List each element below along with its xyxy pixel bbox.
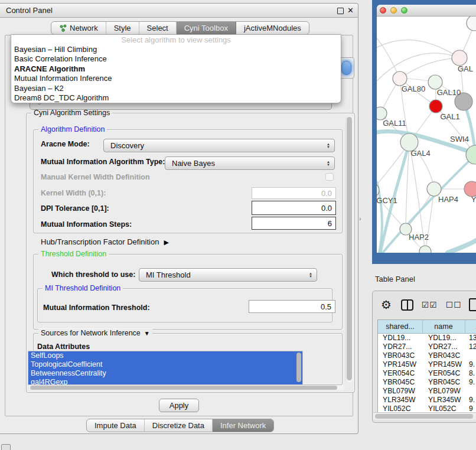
network-node[interactable] <box>467 17 476 31</box>
table-cell: 12 <box>469 343 476 351</box>
table-column-header[interactable]: name <box>422 320 465 333</box>
sources-group-title[interactable]: Sources for Network Inference▼ <box>38 329 152 337</box>
bottom-tab-infer-network[interactable]: Infer Network <box>213 419 273 432</box>
aracne-mode-combobox[interactable]: Discovery ▲▼ <box>103 139 335 152</box>
apply-button[interactable]: Apply <box>159 399 199 412</box>
settings-vertical-scrollbar[interactable] <box>345 116 353 383</box>
docked-panel-icon[interactable] <box>1 444 11 450</box>
tab-jactivemnodules[interactable]: jActiveMNodules <box>236 22 309 34</box>
network-node-gal1[interactable] <box>429 100 442 113</box>
mi-threshold-value: 0.5 <box>321 302 331 311</box>
table-row[interactable]: YBR045CYBR045C9. <box>378 378 476 387</box>
table-row[interactable]: YER054CYER054C8. <box>378 369 476 378</box>
gear-icon[interactable]: ⚙ <box>381 298 392 312</box>
tab-style[interactable]: Style <box>106 22 139 34</box>
tab-select[interactable]: Select <box>139 22 177 34</box>
close-traffic-light-icon[interactable] <box>380 7 386 14</box>
bottom-tab-impute-data[interactable]: Impute Data <box>87 419 145 432</box>
algorithm-option[interactable]: Bayesian – Hill Climbing <box>11 45 341 54</box>
list-scrollbar-thumb[interactable] <box>296 353 301 382</box>
table-hscroll-thumb[interactable] <box>375 414 473 419</box>
tab-network[interactable]: Network <box>51 22 106 34</box>
algorithm-option[interactable]: Basic Correlation Inference <box>11 54 341 64</box>
combobox-arrows-icon: ▲▼ <box>327 157 330 169</box>
manual-kernel-checkbox[interactable] <box>325 173 334 181</box>
float-window-icon[interactable] <box>337 8 344 14</box>
table-cell: YDR27... <box>428 343 457 351</box>
algorithm-option[interactable]: ARACNE Algorithm <box>11 64 341 74</box>
network-node-gal10[interactable] <box>428 75 442 89</box>
table-row[interactable]: YBL079WYBL079W <box>378 387 476 396</box>
mi-threshold-field[interactable]: 0.5 <box>249 300 335 313</box>
table-cell: 8. <box>469 369 475 378</box>
table-column-header[interactable]: shared... <box>378 320 422 333</box>
close-icon[interactable]: ✕ <box>347 6 354 15</box>
minimize-traffic-light-icon[interactable] <box>390 7 397 14</box>
hub-definition-toggle[interactable]: Hub/Transcription Factor Definition▶ <box>41 237 169 246</box>
bottom-tab-discretize-data[interactable]: Discretize Data <box>145 419 213 432</box>
table-cell: YLR345W <box>428 396 461 405</box>
settings-horizontal-scrollbar[interactable] <box>29 385 344 390</box>
kernel-width-field[interactable]: 0.0 <box>252 187 336 199</box>
table-row[interactable]: YDR27...YDR27...12 <box>378 343 476 351</box>
table-column-header[interactable]: A <box>472 320 476 333</box>
algorithm-option[interactable]: Mutual Information Inference <box>11 74 341 83</box>
tab-label: Impute Data <box>94 419 136 432</box>
data-attribute-item[interactable]: SelfLoops <box>28 351 302 360</box>
settings-hscroll-thumb[interactable] <box>30 386 337 390</box>
table-row[interactable]: YBR043CYBR043C <box>378 351 476 360</box>
table-cell: YDL19... <box>383 334 410 343</box>
tab-cyni-toolbox[interactable]: Cyni Toolbox <box>177 22 236 34</box>
mi-steps-field[interactable]: 6 <box>252 217 336 230</box>
data-attribute-item[interactable]: TopologicalCoefficient <box>28 360 302 369</box>
table-row[interactable]: YLR345WYLR345W9. <box>378 396 476 405</box>
table-row[interactable]: YIL052CYIL052C9 <box>378 405 476 412</box>
network-node-hap4[interactable] <box>427 182 441 196</box>
table-header-row: shared...nameA <box>378 320 476 334</box>
mi-type-label: Mutual Information Algorithm Type: <box>41 158 165 166</box>
which-threshold-label: Which threshold to use: <box>51 270 135 279</box>
table-cell: YBR045C <box>383 378 415 387</box>
algorithm-option[interactable]: Dream8 DC_TDC Algorithm <box>11 93 341 103</box>
network-node-label: SWI4 <box>450 135 469 144</box>
network-edge-highlighted <box>448 240 476 253</box>
settings-vscroll-thumb[interactable] <box>347 117 352 380</box>
which-threshold-combobox[interactable]: MI Threshold ▲▼ <box>139 268 317 282</box>
combobox-spinner-focus <box>341 61 351 75</box>
table-row[interactable]: YDL19...YDL19...13 <box>378 334 476 343</box>
dpi-tolerance-field[interactable]: 0.0 <box>252 201 336 215</box>
column-separator[interactable] <box>422 320 423 333</box>
network-node-gal80[interactable] <box>393 71 407 86</box>
network-node-label: Y <box>471 195 476 204</box>
panel-splitter-handle[interactable]: › <box>359 215 361 222</box>
table-cell: YBR043C <box>383 351 415 360</box>
kernel-width-value: 0.0 <box>321 189 332 198</box>
data-attributes-list[interactable]: SelfLoopsTopologicalCoefficientBetweenne… <box>28 351 303 385</box>
zoom-traffic-light-icon[interactable] <box>401 7 407 14</box>
mi-type-combobox[interactable]: Naive Bayes ▲▼ <box>165 156 335 170</box>
algorithm-option[interactable]: Bayesian – K2 <box>11 84 341 93</box>
new-table-icon[interactable] <box>469 298 476 311</box>
aracne-mode-label: Aracne Mode: <box>41 140 90 148</box>
table-horizontal-scrollbar[interactable] <box>373 412 476 420</box>
table-row[interactable]: YPR145WYPR145W9. <box>378 360 476 369</box>
network-node[interactable] <box>419 246 431 253</box>
expanded-arrow-icon: ▼ <box>144 330 150 337</box>
manual-kernel-label: Manual Kernel Width Definition <box>41 173 150 181</box>
network-node-gal[interactable] <box>452 50 467 66</box>
columns-icon[interactable] <box>401 299 413 311</box>
mi-threshold-label: Mutual Information Threshold: <box>43 304 150 312</box>
deselect-all-checkboxes-icon[interactable]: ☐☐ <box>446 300 462 309</box>
tab-label: Network <box>70 22 98 34</box>
data-attribute-item[interactable]: gal4RGexp <box>28 378 302 385</box>
dpi-tolerance-label: DPI Tolerance [0,1]: <box>41 204 109 213</box>
network-node-gal11[interactable] <box>377 107 387 120</box>
select-all-checkboxes-icon[interactable]: ☑☑ <box>422 300 438 309</box>
column-separator[interactable] <box>465 320 465 333</box>
aracne-mode-value: Discovery <box>110 141 144 150</box>
algorithm-definition-title: Algorithm Definition <box>38 125 107 133</box>
table-panel-window: ⚙ ☑☑ ☐☐ shared...nameA YDL19...YDL19...1… <box>372 291 476 423</box>
data-attribute-item[interactable]: BetweennessCentrality <box>28 369 302 378</box>
table-cell: YLR345W <box>383 396 416 405</box>
network-canvas[interactable]: GALGAL80GAL10GAL1GAL11SWI4GAL4GCY1HAP4YH… <box>377 17 476 253</box>
